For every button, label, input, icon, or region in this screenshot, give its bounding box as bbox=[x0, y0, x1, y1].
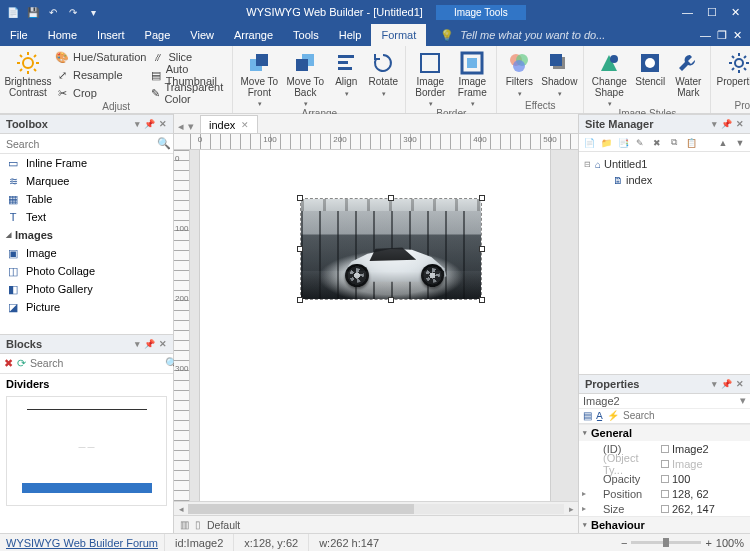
scroll-right-icon[interactable]: ▸ bbox=[564, 504, 578, 514]
mdi-minimize-icon[interactable]: — bbox=[700, 29, 711, 41]
prop-size[interactable]: ▸Size262, 147 bbox=[579, 501, 750, 516]
resize-handle-sw[interactable] bbox=[297, 297, 303, 303]
tab-view[interactable]: View bbox=[180, 24, 224, 46]
tab-close-icon[interactable]: ✕ bbox=[241, 120, 249, 130]
sm-new-folder-icon[interactable]: 📁 bbox=[599, 136, 613, 150]
props-category-behaviour[interactable]: Behaviour bbox=[579, 516, 750, 533]
image-border-button[interactable]: Image Border bbox=[411, 49, 449, 108]
breakpoint-default[interactable]: Default bbox=[207, 519, 240, 531]
zoom-in-button[interactable]: + bbox=[705, 537, 711, 549]
tell-me-search[interactable]: 💡Tell me what you want to do... bbox=[426, 24, 692, 46]
qat-redo-icon[interactable]: ↷ bbox=[66, 5, 80, 19]
props-options-icon[interactable]: ▾ bbox=[712, 379, 717, 389]
toolbox-item-marquee[interactable]: ≋Marquee bbox=[0, 172, 173, 190]
minimize-button[interactable]: — bbox=[682, 6, 693, 19]
resample-button[interactable]: ⤢Resample bbox=[55, 67, 146, 83]
props-category-general[interactable]: General bbox=[579, 424, 750, 441]
canvas-stage[interactable] bbox=[190, 150, 578, 501]
properties-object-selector[interactable]: Image2 bbox=[583, 395, 620, 407]
tab-scroll-left-icon[interactable]: ◂ bbox=[178, 120, 184, 133]
search-icon[interactable]: 🔍 bbox=[155, 134, 173, 153]
toolbox-close-icon[interactable]: ✕ bbox=[159, 119, 167, 129]
qat-customize-icon[interactable]: ▾ bbox=[86, 5, 100, 19]
close-button[interactable]: ✕ bbox=[731, 6, 740, 19]
scroll-thumb[interactable] bbox=[188, 504, 414, 514]
sm-copy-icon[interactable]: ⧉ bbox=[667, 136, 681, 150]
sm-up-icon[interactable]: ▲ bbox=[716, 136, 730, 150]
filters-button[interactable]: Filters bbox=[502, 49, 536, 98]
resize-handle-e[interactable] bbox=[479, 246, 485, 252]
props-close-icon[interactable]: ✕ bbox=[736, 379, 744, 389]
toolbox-item-inline-frame[interactable]: ▭Inline Frame bbox=[0, 154, 173, 172]
resize-handle-se[interactable] bbox=[479, 297, 485, 303]
forum-link[interactable]: WYSIWYG Web Builder Forum bbox=[0, 537, 164, 549]
document-tab-index[interactable]: index✕ bbox=[200, 115, 258, 133]
toolbox-options-icon[interactable]: ▾ bbox=[135, 119, 140, 129]
resize-handle-w[interactable] bbox=[297, 246, 303, 252]
toolbox-item-text[interactable]: TText bbox=[0, 208, 173, 226]
move-to-front-button[interactable]: Move To Front bbox=[238, 49, 280, 108]
qat-file-icon[interactable]: 📄 bbox=[6, 5, 20, 19]
blocks-category-dividers[interactable]: Dividers bbox=[0, 374, 173, 394]
tab-format[interactable]: Format bbox=[371, 24, 426, 46]
qat-undo-icon[interactable]: ↶ bbox=[46, 5, 60, 19]
scroll-left-icon[interactable]: ◂ bbox=[174, 504, 188, 514]
properties-button[interactable]: Properties bbox=[716, 49, 750, 88]
sm-paste-icon[interactable]: 📋 bbox=[684, 136, 698, 150]
tab-file[interactable]: File bbox=[0, 24, 38, 46]
crop-button[interactable]: ✂Crop bbox=[55, 85, 146, 101]
sm-clone-icon[interactable]: 📑 bbox=[616, 136, 630, 150]
selected-image[interactable] bbox=[300, 198, 482, 300]
blocks-preview-divider[interactable]: — — bbox=[6, 396, 167, 506]
toolbox-item-image[interactable]: ▣Image bbox=[0, 244, 173, 262]
change-shape-button[interactable]: Change Shape bbox=[589, 49, 629, 108]
prop-position[interactable]: ▸Position128, 62 bbox=[579, 486, 750, 501]
properties-search-input[interactable] bbox=[623, 410, 750, 421]
tab-home[interactable]: Home bbox=[38, 24, 87, 46]
brightness-contrast-button[interactable]: Brightness Contrast bbox=[5, 49, 51, 98]
props-pin-icon[interactable]: 📌 bbox=[721, 379, 732, 389]
sm-delete-icon[interactable]: ✖ bbox=[650, 136, 664, 150]
sm-options-icon[interactable]: ▾ bbox=[712, 119, 717, 129]
tab-arrange[interactable]: Arrange bbox=[224, 24, 283, 46]
props-events-icon[interactable]: ⚡ bbox=[607, 410, 619, 421]
hue-saturation-button[interactable]: 🎨Hue/Saturation bbox=[55, 49, 146, 65]
prop-opacity[interactable]: Opacity100 bbox=[579, 471, 750, 486]
zoom-out-button[interactable]: − bbox=[621, 537, 627, 549]
blocks-delete-icon[interactable]: ✖ bbox=[4, 357, 13, 370]
qat-save-icon[interactable]: 💾 bbox=[26, 5, 40, 19]
sm-close-icon[interactable]: ✕ bbox=[736, 119, 744, 129]
tree-root[interactable]: ⊟⌂Untitled1 bbox=[583, 156, 746, 172]
props-alpha-icon[interactable]: A̲ bbox=[596, 410, 603, 421]
mdi-close-icon[interactable]: ✕ bbox=[733, 29, 742, 42]
tab-page[interactable]: Page bbox=[135, 24, 181, 46]
toolbox-item-photo-gallery[interactable]: ◧Photo Gallery bbox=[0, 280, 173, 298]
move-to-back-button[interactable]: Move To Back bbox=[284, 49, 326, 108]
toolbox-pin-icon[interactable]: 📌 bbox=[144, 119, 155, 129]
mdi-restore-icon[interactable]: ❐ bbox=[717, 29, 727, 42]
image-frame-button[interactable]: Image Frame bbox=[453, 49, 491, 108]
toolbox-search-input[interactable] bbox=[0, 134, 155, 153]
align-button[interactable]: Align bbox=[330, 49, 362, 98]
page-canvas[interactable] bbox=[200, 150, 550, 501]
breakpoint-add-icon[interactable]: ▥ bbox=[180, 519, 189, 530]
sm-edit-icon[interactable]: ✎ bbox=[633, 136, 647, 150]
props-categorized-icon[interactable]: ▤ bbox=[583, 410, 592, 421]
sm-down-icon[interactable]: ▼ bbox=[733, 136, 747, 150]
shadow-button[interactable]: Shadow bbox=[540, 49, 578, 98]
blocks-close-icon[interactable]: ✕ bbox=[159, 339, 167, 349]
blocks-search-input[interactable] bbox=[30, 357, 161, 369]
sm-new-page-icon[interactable]: 📄 bbox=[582, 136, 596, 150]
sm-pin-icon[interactable]: 📌 bbox=[721, 119, 732, 129]
toolbox-item-picture[interactable]: ◪Picture bbox=[0, 298, 173, 316]
stencil-button[interactable]: Stencil bbox=[633, 49, 667, 88]
toolbox-item-table[interactable]: ▦Table bbox=[0, 190, 173, 208]
transparent-color-button[interactable]: ✎Transparent Color bbox=[150, 85, 227, 101]
tree-page-index[interactable]: 🗎index bbox=[583, 172, 746, 188]
blocks-pin-icon[interactable]: 📌 bbox=[144, 339, 155, 349]
blocks-options-icon[interactable]: ▾ bbox=[135, 339, 140, 349]
resize-handle-n[interactable] bbox=[388, 195, 394, 201]
maximize-button[interactable]: ☐ bbox=[707, 6, 717, 19]
horizontal-scrollbar[interactable]: ◂ ▸ bbox=[174, 501, 578, 515]
blocks-refresh-icon[interactable]: ⟳ bbox=[17, 357, 26, 370]
